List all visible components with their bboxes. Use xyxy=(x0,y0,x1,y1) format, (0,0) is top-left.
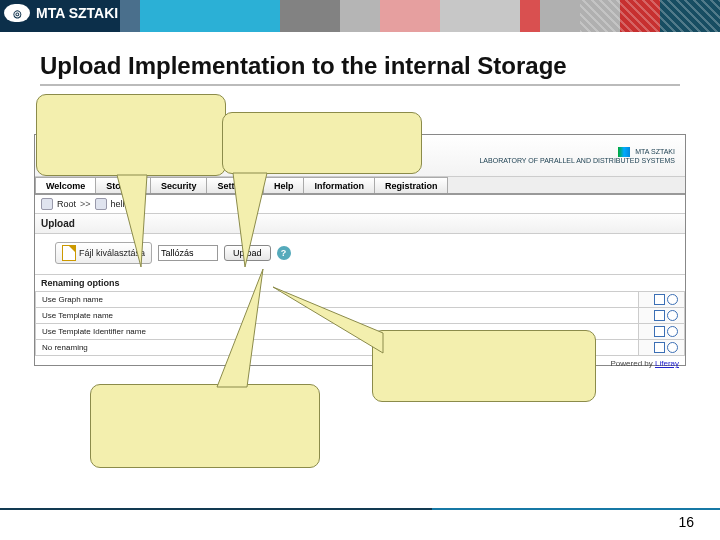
callout-bubble xyxy=(36,94,226,176)
checkbox[interactable] xyxy=(654,342,665,353)
brand-mini-line2: LABORATORY OF PARALLEL AND DISTRIBUTED S… xyxy=(479,157,675,164)
sztaki-mini-icon xyxy=(618,147,630,157)
slide-header-stripe: ◎ MTA SZTAKI xyxy=(0,0,720,32)
powered-prefix: Powered by xyxy=(611,359,653,368)
callout-bubble xyxy=(372,330,596,402)
slide-title: Upload Implementation to the internal St… xyxy=(40,52,680,86)
breadcrumb-root[interactable]: Root xyxy=(57,199,76,209)
checkbox[interactable] xyxy=(654,310,665,321)
page-number: 16 xyxy=(678,514,694,530)
brand-text: MTA SZTAKI xyxy=(36,5,118,21)
folder-icon[interactable] xyxy=(95,198,107,210)
radio[interactable] xyxy=(667,342,678,353)
radio[interactable] xyxy=(667,294,678,305)
radio[interactable] xyxy=(667,326,678,337)
radio[interactable] xyxy=(667,310,678,321)
callout-pointer-icon xyxy=(117,175,177,275)
brand: ◎ MTA SZTAKI xyxy=(4,4,118,22)
tab-welcome[interactable]: Welcome xyxy=(35,177,96,193)
svg-marker-0 xyxy=(117,175,147,267)
brand-logo-icon: ◎ xyxy=(4,4,30,22)
callout-pointer-icon xyxy=(233,173,293,273)
tab-registration[interactable]: Registration xyxy=(374,177,449,193)
svg-marker-3 xyxy=(273,287,383,353)
callout-pointer-icon xyxy=(273,287,393,357)
portal-right-brand: MTA SZTAKI LABORATORY OF PARALLEL AND DI… xyxy=(479,147,675,165)
callout-bubble xyxy=(90,384,320,468)
svg-marker-1 xyxy=(233,173,267,267)
home-icon[interactable] xyxy=(41,198,53,210)
tab-label: Information xyxy=(314,181,364,191)
brand-mini-line1: MTA SZTAKI xyxy=(635,148,675,155)
tab-label: Welcome xyxy=(46,181,85,191)
callout-pointer-icon xyxy=(187,269,277,389)
svg-marker-2 xyxy=(217,269,263,387)
checkbox[interactable] xyxy=(654,294,665,305)
chevron-right-icon: >> xyxy=(80,199,91,209)
tab-information[interactable]: Information xyxy=(303,177,375,193)
tab-label: Registration xyxy=(385,181,438,191)
checkbox[interactable] xyxy=(654,326,665,337)
powered-link[interactable]: Liferay xyxy=(655,359,679,368)
slide-footer-divider xyxy=(0,508,720,510)
callout-bubble xyxy=(222,112,422,174)
document-icon xyxy=(62,245,76,261)
